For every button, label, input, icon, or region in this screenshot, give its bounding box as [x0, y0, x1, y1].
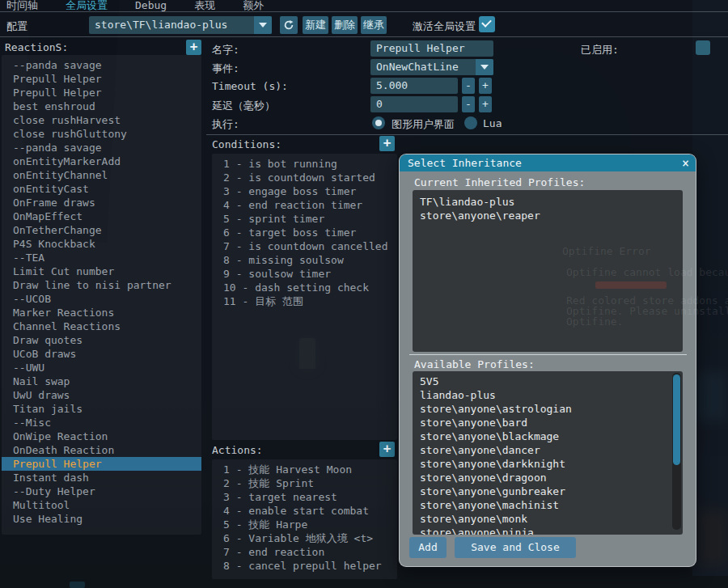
activate-global-checkbox[interactable]: [479, 16, 495, 32]
reaction-item[interactable]: Nail swap: [2, 374, 201, 388]
reaction-item[interactable]: Channel Reactions: [2, 319, 201, 333]
condition-item[interactable]: 9 - soulsow timer: [212, 267, 397, 281]
condition-item[interactable]: 11 - 目标 范围: [212, 294, 397, 308]
reaction-item[interactable]: Draw quotes: [2, 333, 201, 347]
timeout-input[interactable]: 5.000: [370, 78, 458, 94]
reaction-item[interactable]: P4S Knockback: [2, 237, 201, 251]
available-profile-item[interactable]: store\anyone\machinist: [413, 498, 683, 512]
action-item[interactable]: 5 - 技能 Harpe: [212, 518, 397, 531]
reaction-item[interactable]: --panda savage: [2, 141, 201, 154]
tab-debug[interactable]: Debug: [135, 0, 167, 11]
reaction-item[interactable]: --panda savage: [2, 58, 201, 72]
new-profile-button[interactable]: 新建: [303, 16, 328, 34]
reactions-list[interactable]: --panda savagePrepull HelperPrepull Help…: [2, 55, 201, 535]
profile-combobox[interactable]: store\TF\liandao-plus: [89, 16, 272, 34]
available-profile-item[interactable]: store\anyone\bard: [413, 416, 683, 429]
conditions-list[interactable]: 1 - is bot running2 - is countdown start…: [212, 154, 397, 440]
action-item[interactable]: 6 - Variable 地狱入境 <t>: [212, 531, 397, 545]
condition-item[interactable]: 8 - missing soulsow: [212, 253, 397, 267]
delay-input[interactable]: 0: [370, 96, 458, 112]
reaction-item[interactable]: Titan jails: [2, 402, 201, 416]
reaction-item[interactable]: OnFrame draws: [2, 196, 201, 209]
save-and-close-button[interactable]: Save and Close: [455, 537, 576, 558]
reaction-item[interactable]: OnDeath Reaction: [2, 443, 201, 457]
reaction-item[interactable]: --TEA: [2, 251, 201, 264]
reaction-item[interactable]: Marker Reactions: [2, 306, 201, 319]
available-profile-item[interactable]: store\anyone\dragoon: [413, 471, 683, 484]
timeout-decrement-button[interactable]: -: [462, 78, 475, 94]
reaction-item[interactable]: close rushGluttony: [2, 127, 201, 141]
enabled-checkbox[interactable]: [696, 40, 710, 55]
profiles-scrollbar-thumb[interactable]: [673, 374, 680, 465]
action-item[interactable]: 7 - end reaction: [212, 545, 397, 559]
action-item[interactable]: 4 - enable start combat: [212, 504, 397, 518]
reaction-item[interactable]: OnMapEffect: [2, 209, 201, 223]
add-condition-button[interactable]: +: [379, 136, 395, 151]
reaction-item[interactable]: Draw line to nisi partner: [2, 278, 201, 292]
available-profile-item[interactable]: store\anyone\darkknight: [413, 457, 683, 471]
available-profile-item[interactable]: store\anyone\monk: [413, 512, 683, 526]
add-profile-button[interactable]: Add: [409, 537, 447, 558]
action-item[interactable]: 1 - 技能 Harvest Moon: [212, 463, 397, 476]
reaction-item[interactable]: best enshroud: [2, 99, 201, 113]
condition-item[interactable]: 5 - sprint timer: [212, 212, 397, 226]
available-profile-item[interactable]: 5V5: [413, 374, 683, 388]
reaction-item[interactable]: --Misc: [2, 416, 201, 429]
event-combobox-arrow[interactable]: [476, 59, 493, 75]
condition-item[interactable]: 1 - is bot running: [212, 157, 397, 171]
add-action-button[interactable]: +: [379, 442, 395, 457]
reaction-item[interactable]: Prepull Helper: [2, 72, 201, 86]
available-profile-item[interactable]: liandao-plus: [413, 388, 683, 402]
tab-timeline[interactable]: 时间轴: [6, 0, 38, 11]
available-profiles-list[interactable]: 5V5liandao-plusstore\anyone\astrologians…: [413, 371, 683, 535]
condition-item[interactable]: 2 - is countdown started: [212, 171, 397, 184]
condition-item[interactable]: 3 - engage boss timer: [212, 184, 397, 198]
action-item[interactable]: 3 - target nearest: [212, 490, 397, 504]
reaction-item[interactable]: Prepull Helper: [2, 457, 201, 471]
delay-decrement-button[interactable]: -: [462, 96, 475, 112]
reaction-item[interactable]: Prepull Helper: [2, 86, 201, 99]
reaction-item[interactable]: onEntityMarkerAdd: [2, 154, 201, 168]
available-profile-item[interactable]: store\anyone\blackmage: [413, 429, 683, 443]
reaction-item[interactable]: close rushHarvest: [2, 113, 201, 127]
profile-combobox-arrow[interactable]: [254, 16, 272, 34]
inherited-profile-item[interactable]: TF\liandao-plus: [413, 195, 683, 209]
condition-item[interactable]: 6 - target boss timer: [212, 226, 397, 239]
reaction-item[interactable]: onEntityChannel: [2, 168, 201, 182]
condition-item[interactable]: 10 - dash setting check: [212, 281, 397, 294]
delay-increment-button[interactable]: +: [479, 96, 492, 112]
reaction-item[interactable]: OnTetherChange: [2, 223, 201, 237]
reaction-item[interactable]: UwU draws: [2, 388, 201, 402]
available-profile-item[interactable]: store\anyone\dancer: [413, 443, 683, 457]
actions-list[interactable]: 1 - 技能 Harvest Moon2 - 技能 Sprint3 - targ…: [212, 459, 397, 579]
reaction-item[interactable]: OnWipe Reaction: [2, 429, 201, 443]
condition-item[interactable]: 7 - is countdown cancelled: [212, 239, 397, 253]
action-item[interactable]: 8 - cancel prepull helper: [212, 559, 397, 573]
inherited-profile-item[interactable]: store\anyone\reaper: [413, 209, 683, 222]
reaction-item[interactable]: Use Healing: [2, 512, 201, 526]
add-reaction-button[interactable]: +: [186, 40, 201, 55]
inherit-button[interactable]: 继承: [361, 16, 387, 34]
profiles-scrollbar[interactable]: [672, 373, 681, 530]
reaction-item[interactable]: onEntityCast: [2, 182, 201, 196]
reaction-item[interactable]: Multitool: [2, 498, 201, 512]
reaction-item[interactable]: --Duty Helper: [2, 484, 201, 498]
refresh-button[interactable]: [280, 16, 298, 34]
action-item[interactable]: 2 - 技能 Sprint: [212, 476, 397, 490]
reaction-item[interactable]: --UCOB: [2, 292, 201, 306]
delete-profile-button[interactable]: 删除: [332, 16, 358, 34]
radio-lua[interactable]: [464, 116, 477, 129]
available-profile-item[interactable]: store\anyone\astrologian: [413, 402, 683, 416]
tab-extra[interactable]: 额外: [243, 0, 264, 11]
inherited-profiles-list[interactable]: TF\liandao-plusstore\anyone\reaper: [413, 190, 683, 352]
reaction-item[interactable]: --UWU: [2, 361, 201, 374]
radio-gui[interactable]: [372, 116, 385, 129]
reaction-item[interactable]: Instant dash: [2, 471, 201, 484]
reaction-item[interactable]: Limit Cut number: [2, 264, 201, 278]
tab-performance[interactable]: 表现: [194, 0, 215, 11]
tab-global-settings[interactable]: 全局设置: [66, 0, 108, 11]
timeout-increment-button[interactable]: +: [479, 78, 492, 94]
reaction-item[interactable]: UCoB draws: [2, 347, 201, 361]
name-input[interactable]: Prepull Helper: [370, 40, 493, 57]
available-profile-item[interactable]: store\anyone\gunbreaker: [413, 484, 683, 498]
